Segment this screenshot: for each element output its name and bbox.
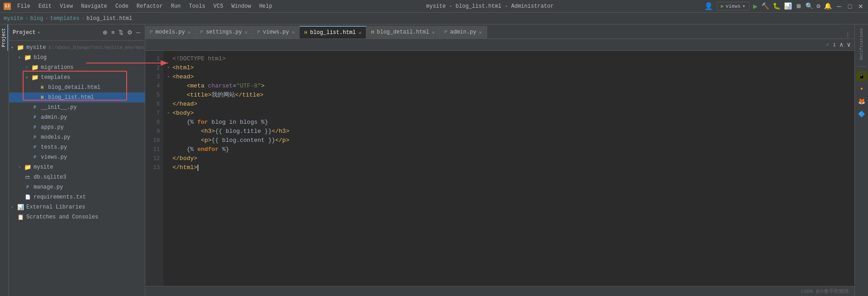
build-button[interactable]: 🔨 — [761, 2, 769, 10]
code-text-10: <p>{{ blog.content }}</p> — [173, 136, 851, 145]
right-icon-3[interactable]: 🦊 — [857, 97, 867, 107]
tab-admin-py[interactable]: P admin.py ✕ — [440, 26, 487, 39]
tab-close-admin[interactable]: ✕ — [479, 29, 482, 35]
tree-item-admin[interactable]: › P admin.py — [9, 112, 145, 122]
menu-code[interactable]: Code — [112, 2, 132, 10]
tree-label-admin: admin.py — [41, 114, 67, 121]
fold-5 — [167, 91, 173, 100]
menu-tools[interactable]: Tools — [185, 2, 209, 10]
fold-3[interactable]: ▾ — [167, 73, 173, 82]
tab-close-blog-detail[interactable]: ✕ — [432, 29, 435, 35]
tab-blog-detail-html[interactable]: H blog_detail.html ✕ — [366, 26, 439, 39]
project-tab-strip[interactable]: Project — [0, 24, 8, 51]
tab-close-blog-list[interactable]: ✕ — [359, 30, 362, 36]
menu-navigate[interactable]: Navigate — [77, 2, 111, 10]
go-down-button[interactable]: ∨ — [847, 41, 851, 49]
code-text-3: <head> — [173, 73, 851, 82]
tab-label-models: models.py — [156, 29, 185, 35]
tab-close-models[interactable]: ✕ — [187, 29, 191, 35]
file-icon-blog-detail: H — [38, 84, 46, 91]
more-tabs-button[interactable]: ⋮ — [841, 31, 854, 39]
tab-close-settings[interactable]: ✕ — [245, 29, 248, 35]
tree-item-mysite-root[interactable]: ▾ 📁 mysite E:/about_Django/test/mysite_e… — [9, 43, 145, 53]
menu-edit[interactable]: Edit — [35, 2, 55, 10]
tab-views-py[interactable]: P views.py ✕ — [253, 26, 300, 39]
root-path: E:/about_Django/test/mysite_env/mysite — [49, 45, 145, 50]
collapse-all-button[interactable]: ≡ — [110, 28, 116, 37]
profile-icon[interactable]: 👤 — [704, 2, 713, 11]
go-up-button[interactable]: ∧ — [839, 41, 843, 49]
menu-run[interactable]: Run — [167, 2, 184, 10]
ide-logo: IJ — [4, 3, 11, 10]
maximize-button[interactable]: □ — [846, 3, 853, 10]
right-icon-1[interactable]: 📱 — [857, 71, 867, 81]
code-line-7: ▾ <body> — [167, 109, 851, 118]
update-icon[interactable]: 🔔 — [824, 2, 832, 10]
right-icon-2[interactable]: 🔸 — [857, 84, 867, 94]
code-line-12: </body> — [167, 154, 851, 163]
minimize-button[interactable]: ─ — [835, 3, 843, 10]
tree-item-external-libs[interactable]: › 📊 External Libraries — [9, 202, 145, 212]
breadcrumb-templates[interactable]: templates — [50, 15, 79, 22]
locate-file-button[interactable]: ⊕ — [102, 28, 108, 37]
tab-settings-py[interactable]: P settings.py ✕ — [196, 26, 252, 39]
code-text-11: {% endfor %} — [173, 145, 851, 154]
fold-4 — [167, 82, 173, 91]
stop-button[interactable]: ⏹ — [795, 3, 802, 10]
menu-view[interactable]: View — [56, 2, 77, 10]
tree-label-templates: templates — [41, 74, 70, 81]
tree-item-init[interactable]: › P __init__.py — [9, 102, 145, 112]
code-line-2: ▾ <html> — [167, 63, 851, 73]
tree-item-scratches[interactable]: › 📋 Scratches and Consoles — [9, 212, 145, 222]
tree-label-db: db.sqlite3 — [34, 174, 66, 180]
code-content[interactable]: <!DOCTYPE html> ▾ <html> ▾ <head> <meta … — [163, 51, 854, 296]
tree-item-views[interactable]: › P views.py — [9, 152, 145, 162]
settings-icon-toolbar[interactable]: ⚙ — [817, 2, 820, 10]
line-num-5: 5 — [145, 91, 160, 100]
tab-models-py[interactable]: P models.py ✕ — [145, 26, 196, 39]
file-icon-views: P — [31, 154, 39, 160]
tree-item-manage[interactable]: › P manage.py — [9, 182, 145, 192]
breadcrumb-mysite[interactable]: mysite — [4, 15, 23, 22]
tree-item-tests[interactable]: › P tests.py — [9, 142, 145, 152]
tree-item-blog-list[interactable]: › H blog_list.html — [9, 92, 145, 102]
tree-item-blog-detail[interactable]: › H blog_detail.html — [9, 82, 145, 92]
tab-blog-list-html[interactable]: H blog_list.html ✕ — [300, 26, 366, 39]
sidebar-close-icon[interactable]: ─ — [135, 28, 141, 37]
breadcrumb-blog[interactable]: blog — [30, 15, 43, 22]
code-line-11: {% endfor %} — [167, 145, 851, 154]
sort-button[interactable]: ⇅ — [118, 28, 124, 37]
error-count: 1 — [833, 42, 836, 48]
menu-help[interactable]: Help — [256, 2, 276, 10]
tree-item-models[interactable]: › P models.py — [9, 132, 145, 142]
menu-refactor[interactable]: Refactor — [133, 2, 167, 10]
close-button[interactable]: ✕ — [857, 3, 864, 10]
profile-run-button[interactable]: 📊 — [784, 2, 792, 10]
views-dropdown[interactable]: ▶ views ▾ — [717, 2, 750, 10]
tree-item-templates[interactable]: ▾ 📁 templates — [9, 73, 145, 82]
title-bar-right: 👤 ▶ views ▾ ▶ 🔨 🐛 📊 ⏹ 🔍 ⚙ 🔔 ─ □ ✕ — [704, 2, 864, 11]
tab-icon-models: P — [150, 29, 153, 35]
menu-file[interactable]: File — [14, 2, 34, 10]
notifications-tab[interactable]: Notifications — [859, 26, 864, 62]
sidebar-dropdown-icon[interactable]: ▾ — [37, 30, 40, 35]
fold-7[interactable]: ▾ — [167, 109, 173, 118]
fold-13 — [167, 163, 173, 172]
line-numbers: 1 2 3 4 5 6 7 8 9 10 11 12 13 — [145, 51, 163, 296]
code-text-2: <html> — [173, 63, 851, 73]
tree-item-mysite-sub[interactable]: › 📁 mysite — [9, 162, 145, 172]
tree-item-apps[interactable]: › P apps.py — [9, 122, 145, 132]
menu-window[interactable]: Window — [228, 2, 255, 10]
tree-label-mysite: mysite — [26, 44, 46, 51]
run-button[interactable]: ▶ — [753, 2, 758, 11]
sidebar-gear-icon[interactable]: ⚙ — [126, 28, 133, 37]
tree-label-manage: manage.py — [34, 184, 63, 190]
menu-vcs[interactable]: VCS — [210, 2, 227, 10]
debug-button[interactable]: 🐛 — [773, 2, 780, 10]
right-icon-4[interactable]: 🔷 — [857, 109, 867, 119]
tab-close-views[interactable]: ✕ — [292, 29, 295, 35]
tree-item-db[interactable]: › 🗃 db.sqlite3 — [9, 172, 145, 182]
fold-6 — [167, 100, 173, 109]
tree-item-requirements[interactable]: › 📄 requirements.txt — [9, 192, 145, 202]
search-icon-toolbar[interactable]: 🔍 — [805, 2, 813, 10]
